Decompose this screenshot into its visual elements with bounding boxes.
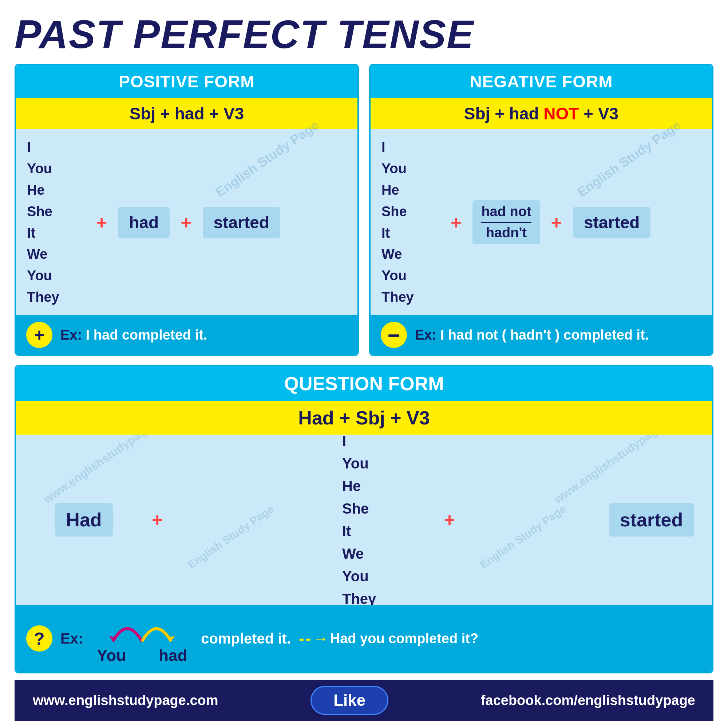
positive-plus2: + [180,211,191,233]
negative-plus1: + [451,211,462,233]
negative-hadnt: hadn't [481,225,531,241]
negative-formula: Sbj + had NOT + V3 [370,98,712,129]
negative-header: NEGATIVE FORM [370,65,712,98]
positive-body: IYouHeSheItWeYouThey + had + started Eng… [16,129,358,315]
negative-ex-label: Ex: [415,327,436,343]
dashed-arrow: - - → Had you completed it? [299,629,478,648]
positive-had: had [118,207,170,238]
negative-hadnot: had not hadn't [473,200,540,244]
positive-formula: Sbj + had + V3 [16,98,358,129]
question-icon: ? [26,626,52,652]
positive-example-text: Ex: I had completed it. [60,327,207,343]
negative-pronouns: IYouHeSheItWeYouThey [381,136,440,308]
footer-right: facebook.com/englishstudypage [481,693,695,708]
negative-plus2: + [551,211,562,233]
negative-formula-pre: Sbj + had [464,104,544,123]
question-watermark-mid: English Study Page [163,512,298,527]
arch-container: You had [91,612,193,665]
positive-header: POSITIVE FORM [16,65,358,98]
negative-watermark: English Study Page [574,117,683,200]
question-pronouns-col: IYouHeSheItWeYouThey [298,434,444,605]
positive-ex-label: Ex: [60,327,82,343]
question-had: Had [55,503,112,537]
question-ex-label: Ex: [60,630,83,647]
question-watermark-right: www.englishstudypage.com [551,434,687,506]
negative-ex-sentence: I had not ( hadn't ) completed it. [440,327,649,343]
question-plus1: + [152,509,163,531]
top-row: POSITIVE FORM Sbj + had + V3 IYouHeSheIt… [15,64,713,356]
question-pronouns: IYouHeSheItWeYouThey [342,434,401,605]
positive-plus1: + [96,211,107,233]
question-result: Had you completed it? [330,631,478,647]
like-button[interactable]: Like [310,686,388,715]
negative-example: − Ex: I had not ( hadn't ) completed it. [370,315,712,355]
footer-left: www.englishstudypage.com [33,693,219,708]
question-body: www.englishstudypage.com www.englishstud… [16,434,712,605]
arch-you: You [97,647,126,665]
arch-svg [91,612,193,645]
positive-example: + Ex: I had completed it. [16,315,358,355]
negative-example-text: Ex: I had not ( hadn't ) completed it. [415,327,648,343]
question-formula: Had + Sbj + V3 [16,401,712,434]
question-watermark-center: English Study Page [185,503,276,571]
negative-hadnot-line [481,222,531,223]
negative-icon: − [381,322,407,348]
negative-formula-not: NOT [543,104,579,123]
negative-form-box: NEGATIVE FORM Sbj + had NOT + V3 IYouHeS… [369,64,713,356]
main-title: PAST PERFECT TENSE [15,11,713,57]
positive-watermark: English Study Page [213,117,321,200]
question-watermark-right-inner: English Study Page [477,503,568,571]
question-had-col: Had [16,496,152,544]
question-header: QUESTION FORM [16,366,712,401]
question-example: ? Ex: You had completed it. [16,605,712,672]
question-started-col: started [591,503,712,537]
question-plus2: + [444,509,455,531]
positive-form-box: POSITIVE FORM Sbj + had + V3 IYouHeSheIt… [15,64,359,356]
positive-started: started [203,207,280,238]
question-completed: completed it. [201,630,291,647]
positive-pronouns: IYouHeSheItWeYouThey [27,136,85,308]
footer: www.englishstudypage.com Like facebook.c… [15,680,713,721]
question-section: QUESTION FORM Had + Sbj + V3 www.english… [15,365,713,673]
negative-body: IYouHeSheItWeYouThey + had not hadn't + … [370,129,712,315]
dashes: - - → [299,629,327,648]
positive-ex-sentence: I had completed it. [86,327,208,343]
negative-hadnot-top: had not [481,204,531,219]
negative-started: started [573,207,650,238]
negative-formula-post: + V3 [579,104,618,123]
question-started: started [609,503,694,537]
arch-had: had [159,647,187,665]
question-watermark-right2: English Study Page [455,512,591,527]
arch-labels: You had [97,647,187,665]
positive-icon: + [26,322,52,348]
